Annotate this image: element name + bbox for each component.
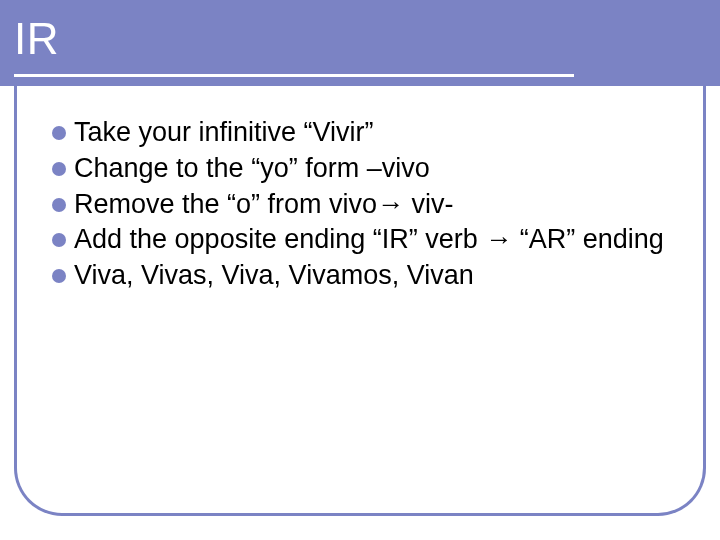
bullet-text: Remove the “o” from vivo→ viv- [74, 188, 454, 222]
slide: IR Take your infinitive “Vivir” Change t… [0, 0, 720, 540]
bullet-icon [52, 126, 66, 140]
bullet-icon [52, 269, 66, 283]
bullet-text: Add the opposite ending “IR” verb → “AR”… [74, 223, 664, 257]
bullet-icon [52, 233, 66, 247]
title-underline [14, 74, 574, 77]
bullet-icon [52, 162, 66, 176]
list-item: Add the opposite ending “IR” verb → “AR”… [52, 223, 672, 257]
slide-title: IR [14, 14, 59, 64]
list-item: Take your infinitive “Vivir” [52, 116, 672, 150]
bullet-text: Change to the “yo” form –vivo [74, 152, 430, 186]
list-item: Change to the “yo” form –vivo [52, 152, 672, 186]
bullet-list: Take your infinitive “Vivir” Change to t… [52, 116, 672, 295]
bullet-icon [52, 198, 66, 212]
list-item: Remove the “o” from vivo→ viv- [52, 188, 672, 222]
list-item: Viva, Vivas, Viva, Vivamos, Vivan [52, 259, 672, 293]
bullet-text: Take your infinitive “Vivir” [74, 116, 374, 150]
bullet-text: Viva, Vivas, Viva, Vivamos, Vivan [74, 259, 474, 293]
